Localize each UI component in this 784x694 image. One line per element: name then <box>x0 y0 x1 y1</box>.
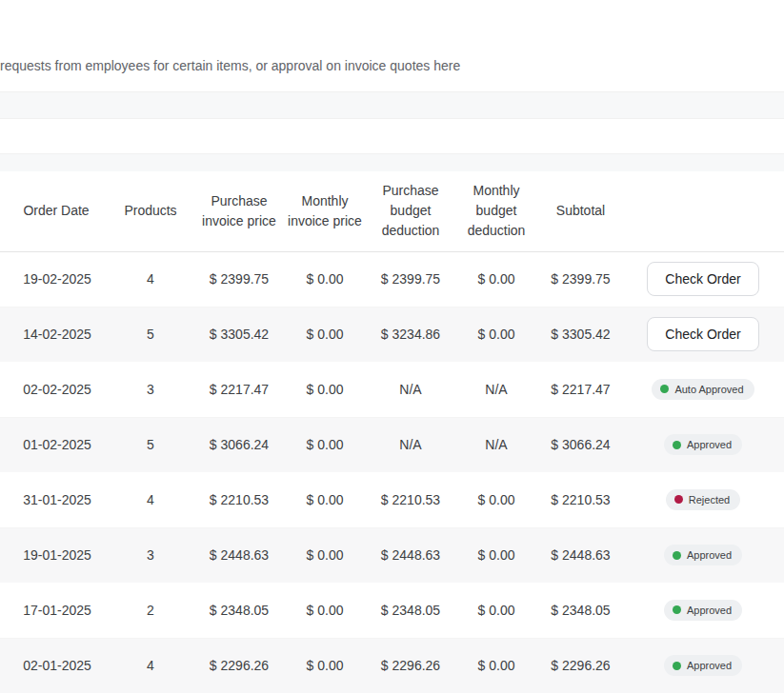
cell-subtotal: $ 2448.63 <box>539 527 622 583</box>
cell-order-date: 01-02-2025 <box>0 417 105 472</box>
approved-status-dot-icon <box>673 662 681 670</box>
cell-purchase-invoice-price: $ 3066.24 <box>196 417 282 472</box>
table-header-row: Order DateProductsPurchase invoice price… <box>0 171 784 251</box>
status-badge-label: Approved <box>687 605 732 616</box>
cell-subtotal: $ 2217.47 <box>539 362 622 417</box>
cell-purchase-budget-deduction: N/A <box>368 362 453 417</box>
cell-monthly-budget-deduction: $ 0.00 <box>453 583 539 638</box>
cell-purchase-budget-deduction: $ 2348.05 <box>368 583 453 638</box>
collapsed-section-bar-2[interactable] <box>0 153 784 171</box>
check-order-button[interactable]: Check Order <box>647 317 758 351</box>
column-header: Monthly budget deduction <box>453 171 539 251</box>
collapsed-section-bar-1[interactable] <box>0 91 784 119</box>
column-header: Products <box>105 171 196 251</box>
status-badge-label: Approved <box>687 439 732 450</box>
cell-action: Check Order <box>622 307 784 362</box>
cell-action: Approved <box>622 638 784 693</box>
cell-purchase-invoice-price: $ 2399.75 <box>196 251 282 307</box>
orders-approval-page: requests from employees for certain item… <box>0 0 784 694</box>
status-badge-label: Auto Approved <box>674 384 743 395</box>
status-badge: Rejected <box>666 489 740 510</box>
cell-products: 4 <box>105 251 196 307</box>
cell-action: Approved <box>622 417 784 472</box>
approved-status-dot-icon <box>660 385 669 393</box>
order-table-body: 19-02-20254$ 2399.75$ 0.00$ 2399.75$ 0.0… <box>0 251 784 693</box>
status-badge-label: Rejected <box>689 494 730 506</box>
column-header: Subtotal <box>539 171 622 251</box>
status-badge: Auto Approved <box>652 379 754 400</box>
cell-action: Approved <box>622 583 784 638</box>
status-badge: Approved <box>664 545 742 565</box>
orders-table: Order DateProductsPurchase invoice price… <box>0 171 784 693</box>
cell-products: 5 <box>105 417 196 472</box>
column-header: Purchase budget deduction <box>368 171 453 251</box>
table-row: 02-01-20254$ 2296.26$ 0.00$ 2296.26$ 0.0… <box>0 638 784 693</box>
cell-monthly-invoice-price: $ 0.00 <box>282 638 368 693</box>
cell-order-date: 14-02-2025 <box>0 307 105 362</box>
cell-order-date: 17-01-2025 <box>0 583 105 638</box>
table-header: Order DateProductsPurchase invoice price… <box>0 171 784 251</box>
cell-monthly-budget-deduction: $ 0.00 <box>453 307 539 362</box>
table-row: 01-02-20255$ 3066.24$ 0.00N/AN/A$ 3066.2… <box>0 417 784 472</box>
cell-monthly-budget-deduction: $ 0.00 <box>453 472 539 527</box>
approved-status-dot-icon <box>673 551 681 560</box>
cell-monthly-budget-deduction: $ 0.00 <box>453 527 539 583</box>
cell-monthly-invoice-price: $ 0.00 <box>282 307 368 362</box>
rejected-status-dot-icon <box>674 495 683 504</box>
cell-monthly-invoice-price: $ 0.00 <box>282 527 368 583</box>
table-row: 17-01-20252$ 2348.05$ 0.00$ 2348.05$ 0.0… <box>0 583 784 638</box>
status-badge: Approved <box>664 434 742 455</box>
cell-subtotal: $ 2296.26 <box>539 638 622 693</box>
cell-products: 4 <box>105 638 196 693</box>
cell-monthly-budget-deduction: N/A <box>453 362 539 417</box>
cell-action: Approved <box>622 527 784 583</box>
cell-purchase-invoice-price: $ 3305.42 <box>196 307 282 362</box>
cell-products: 4 <box>105 472 196 527</box>
cell-action: Check Order <box>622 251 784 307</box>
cell-subtotal: $ 3066.24 <box>539 417 622 472</box>
cell-monthly-invoice-price: $ 0.00 <box>282 583 368 638</box>
approved-status-dot-icon <box>673 441 681 449</box>
cell-subtotal: $ 3305.42 <box>539 307 622 362</box>
cell-purchase-budget-deduction: $ 2399.75 <box>368 251 453 307</box>
cell-products: 3 <box>105 362 196 417</box>
cell-order-date: 19-02-2025 <box>0 251 105 307</box>
cell-monthly-invoice-price: $ 0.00 <box>282 251 368 307</box>
cell-order-date: 02-01-2025 <box>0 638 105 693</box>
cell-monthly-invoice-price: $ 0.00 <box>282 417 368 472</box>
cell-purchase-budget-deduction: $ 2210.53 <box>368 472 453 527</box>
cell-subtotal: $ 2210.53 <box>539 472 622 527</box>
cell-purchase-budget-deduction: $ 2448.63 <box>368 527 453 583</box>
status-badge-label: Approved <box>687 660 732 671</box>
column-header: Monthly invoice price <box>282 171 368 251</box>
check-order-button[interactable]: Check Order <box>647 262 758 296</box>
cell-products: 3 <box>105 527 196 583</box>
cell-products: 2 <box>105 583 196 638</box>
cell-subtotal: $ 2399.75 <box>539 251 622 307</box>
cell-order-date: 19-01-2025 <box>0 527 105 583</box>
cell-purchase-budget-deduction: N/A <box>368 417 453 472</box>
cell-action: Auto Approved <box>622 362 784 417</box>
table-row: 19-01-20253$ 2448.63$ 0.00$ 2448.63$ 0.0… <box>0 527 784 583</box>
cell-purchase-invoice-price: $ 2217.47 <box>196 362 282 417</box>
cell-action: Rejected <box>622 472 784 527</box>
cell-purchase-budget-deduction: $ 3234.86 <box>368 307 453 362</box>
page-description: requests from employees for certain item… <box>0 56 460 75</box>
column-header: Order Date <box>0 171 105 251</box>
column-header: Purchase invoice price <box>196 171 282 251</box>
cell-monthly-budget-deduction: $ 0.00 <box>453 638 539 693</box>
status-badge: Approved <box>664 655 742 676</box>
cell-purchase-invoice-price: $ 2348.05 <box>196 583 282 638</box>
cell-order-date: 02-02-2025 <box>0 362 105 417</box>
approved-status-dot-icon <box>673 605 681 614</box>
table-row: 19-02-20254$ 2399.75$ 0.00$ 2399.75$ 0.0… <box>0 251 784 307</box>
cell-purchase-invoice-price: $ 2210.53 <box>196 472 282 527</box>
cell-monthly-budget-deduction: $ 0.00 <box>453 251 539 307</box>
status-badge: Approved <box>664 600 742 621</box>
column-header <box>622 171 784 251</box>
cell-monthly-budget-deduction: N/A <box>453 417 539 472</box>
cell-monthly-invoice-price: $ 0.00 <box>282 362 368 417</box>
table-row: 02-02-20253$ 2217.47$ 0.00N/AN/A$ 2217.4… <box>0 362 784 417</box>
cell-purchase-budget-deduction: $ 2296.26 <box>368 638 453 693</box>
status-badge-label: Approved <box>687 549 732 561</box>
